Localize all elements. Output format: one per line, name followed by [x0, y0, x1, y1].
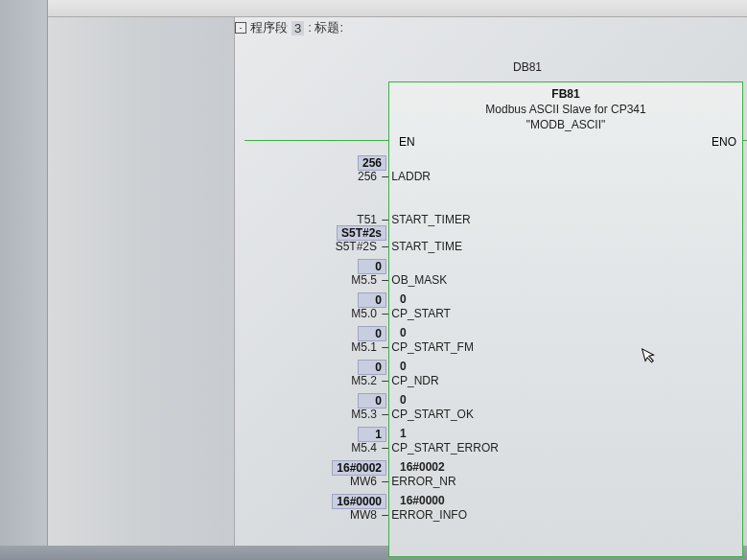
param-row[interactable]: M5.2 – CP_NDR	[264, 374, 743, 387]
param-row[interactable]: MW6 – ERROR_NR	[264, 475, 743, 488]
wire-connector: –	[379, 170, 391, 183]
param-name-label: CP_START_ERROR	[391, 441, 499, 455]
param-row[interactable]: S5T#2S – START_TIME	[264, 240, 743, 253]
wire-connector: –	[379, 408, 391, 421]
param-input-symbol[interactable]: T51	[264, 213, 379, 226]
wire-connector: –	[379, 340, 391, 354]
param-monitor-value: 0	[264, 259, 386, 274]
param-output-value: 16#0002	[396, 460, 445, 474]
param-row[interactable]: M5.1 – CP_START_FM	[264, 340, 743, 354]
param-output-value: 16#0000	[396, 494, 445, 507]
param-output-value: 0	[396, 292, 415, 306]
param-row[interactable]: T51 – START_TIMER	[264, 213, 743, 226]
left-ruler	[48, 17, 235, 546]
param-name-label: OB_MASK	[391, 273, 447, 287]
instance-db-label[interactable]: DB81	[513, 60, 542, 74]
fb-name: FB81	[389, 87, 742, 101]
wire-connector: –	[379, 307, 391, 320]
param-input-symbol[interactable]: M5.5	[264, 273, 379, 287]
param-row[interactable]: M5.5 – OB_MASK	[264, 273, 743, 287]
param-name-label: ERROR_NR	[391, 475, 455, 488]
param-row[interactable]: M5.4 – CP_START_ERROR	[264, 441, 743, 455]
param-output-value: 0	[396, 326, 415, 339]
param-input-symbol[interactable]: M5.2	[264, 374, 379, 387]
eno-pin: ENO	[712, 135, 736, 149]
wire-connector: –	[379, 374, 391, 387]
param-input-symbol[interactable]: M5.0	[264, 307, 379, 320]
top-ruler	[48, 0, 747, 17]
param-output-value: 0	[396, 360, 415, 373]
param-row[interactable]: MW8 – ERROR_INFO	[264, 508, 743, 522]
en-wire	[245, 140, 388, 141]
param-row[interactable]: M5.3 – CP_START_OK	[264, 408, 743, 421]
wire-connector: –	[379, 213, 391, 226]
window-frame-left	[0, 0, 48, 560]
param-input-symbol[interactable]: MW6	[264, 475, 379, 488]
wire-connector: –	[379, 273, 391, 287]
wire-connector: –	[379, 508, 391, 522]
wire-connector: –	[379, 441, 391, 455]
param-monitor-value: 0	[264, 326, 386, 341]
param-name-label: CP_NDR	[391, 374, 438, 387]
segment-title-label: : 标题:	[308, 19, 343, 36]
param-monitor-value: 0	[264, 292, 386, 308]
param-monitor-value: 16#0002	[264, 460, 386, 476]
param-row[interactable]: M5.0 – CP_START	[264, 307, 743, 320]
param-name-label: START_TIMER	[391, 213, 470, 226]
param-name-label: ERROR_INFO	[391, 508, 467, 522]
param-name-label: CP_START	[391, 307, 451, 320]
param-input-symbol[interactable]: S5T#2S	[264, 240, 379, 253]
eno-wire	[743, 140, 747, 141]
param-name-label: START_TIME	[391, 240, 462, 253]
param-input-symbol[interactable]: 256	[264, 170, 379, 183]
param-monitor-value: S5T#2s	[264, 225, 386, 241]
collapse-toggle-icon[interactable]: -	[235, 22, 246, 34]
param-monitor-value: 0	[264, 360, 386, 375]
param-input-symbol[interactable]: M5.3	[264, 408, 379, 421]
param-input-symbol[interactable]: M5.1	[264, 340, 379, 354]
param-monitor-value: 256	[264, 155, 386, 171]
param-monitor-value: 0	[264, 393, 386, 408]
param-monitor-value: 16#0000	[264, 494, 386, 509]
param-name-label: CP_START_OK	[391, 408, 474, 421]
param-input-symbol[interactable]: M5.4	[264, 441, 379, 455]
fb-symbol: "MODB_ASCII"	[389, 118, 742, 131]
fb-description: Modbus ASCII Slave for CP341	[389, 103, 742, 116]
network-segment-header[interactable]: - 程序段 3 : 标题:	[235, 19, 343, 36]
param-output-value: 0	[396, 393, 415, 407]
wire-connector: –	[379, 475, 391, 488]
param-monitor-value: 1	[264, 427, 386, 442]
param-row[interactable]: 256 – LADDR	[264, 170, 743, 183]
segment-label: 程序段	[250, 19, 288, 36]
en-pin: EN	[399, 135, 415, 149]
param-input-symbol[interactable]: MW8	[264, 508, 379, 522]
editor-canvas[interactable]: - 程序段 3 : 标题: DB81 FB81 Modbus ASCII Sla…	[235, 17, 747, 546]
param-name-label: LADDR	[391, 170, 431, 183]
param-name-label: CP_START_FM	[391, 340, 474, 354]
wire-connector: –	[379, 240, 391, 253]
segment-number: 3	[292, 21, 304, 35]
param-output-value: 1	[396, 427, 415, 440]
